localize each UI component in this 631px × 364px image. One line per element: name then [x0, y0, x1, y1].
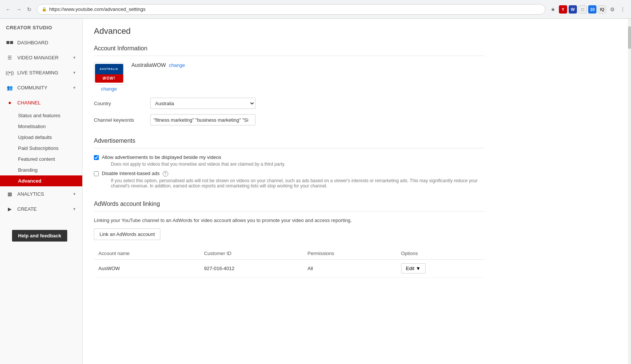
sidebar-subitem-upload-defaults[interactable]: Upload defaults: [0, 132, 82, 143]
disable-interest-checkbox[interactable]: [94, 171, 99, 176]
sidebar-subitem-paid-subscriptions[interactable]: Paid Subscriptions: [0, 143, 82, 154]
sidebar-subitem-branding[interactable]: Branding: [0, 165, 82, 175]
forward-button[interactable]: →: [14, 5, 23, 14]
live-streaming-label: LIVE STREAMING: [17, 70, 69, 76]
adwords-description: Linking your YouTube channel to an AdWor…: [94, 217, 485, 223]
advertisements-title: Advertisements: [94, 137, 485, 148]
ext-btn-4[interactable]: 10: [588, 5, 596, 14]
sidebar-item-dashboard[interactable]: ■■ DASHBOARD: [0, 35, 82, 50]
link-adwords-button[interactable]: Link an AdWords account: [94, 228, 160, 240]
channel-logo: AUSTRALIA WOW!: [94, 62, 124, 85]
page-title: Advanced: [94, 26, 485, 36]
refresh-button[interactable]: ↻: [25, 5, 34, 14]
analytics-chevron: ▼: [72, 192, 76, 196]
scrollbar-thumb: [628, 26, 631, 49]
sidebar: CREATOR STUDIO ■■ DASHBOARD ☰ VIDEO MANA…: [0, 19, 83, 364]
wow-top: AUSTRALIA: [95, 64, 123, 74]
menu-icon[interactable]: ⋮: [618, 5, 627, 14]
dashboard-label: DASHBOARD: [17, 40, 76, 45]
change-name-link[interactable]: change: [169, 62, 185, 68]
permissions-cell: All: [303, 260, 397, 278]
community-label: COMMUNITY: [17, 85, 69, 91]
allow-ads-checkbox[interactable]: [94, 155, 99, 160]
wow-top-text: AUSTRALIA: [100, 68, 118, 70]
content-area: Advanced Account Information AUSTRALIA: [83, 19, 631, 364]
keywords-input[interactable]: [150, 114, 255, 125]
sidebar-subitem-monetisation[interactable]: Monetisation: [0, 121, 82, 132]
country-label: Country: [94, 101, 143, 106]
wow-bottom-text: WOW!: [103, 76, 115, 80]
col-options: Options: [397, 248, 485, 260]
sidebar-subitem-status-features[interactable]: Status and features: [0, 110, 82, 121]
disable-interest-label: Disable interest-based ads ?: [102, 171, 168, 176]
disable-interest-label-group: Disable interest-based ads ? If you sele…: [102, 171, 485, 189]
change-photo-link[interactable]: change: [101, 86, 117, 92]
table-row: AusWOW 927-016-4012 All Edit ▼: [94, 260, 485, 278]
ext-btn-1[interactable]: Y: [559, 5, 567, 14]
lock-icon: 🔒: [42, 7, 47, 12]
advertisements-section: Advertisements Allow advertisements to b…: [94, 137, 485, 189]
channel-name-row: AustraliaWOW change: [131, 62, 185, 68]
url-text: https://www.youtube.com/advanced_setting…: [49, 6, 540, 12]
community-icon: 👥: [6, 84, 14, 91]
allow-ads-label-group: Allow advertisements to be displayed bes…: [102, 154, 285, 167]
analytics-icon: ▩: [6, 190, 14, 198]
analytics-label: ANALYTICS: [17, 191, 69, 197]
customer-id-cell: 927-016-4012: [199, 260, 303, 278]
sidebar-item-live-streaming[interactable]: ((•)) LIVE STREAMING ▼: [0, 65, 82, 80]
ext-btn-3[interactable]: □: [578, 5, 587, 14]
sidebar-item-video-manager[interactable]: ☰ VIDEO MANAGER ▼: [0, 50, 82, 65]
browser-actions: ★ Y W □ 10 IQ ⚙ ⋮: [548, 5, 627, 14]
country-select[interactable]: Australia United States United Kingdom C…: [150, 98, 255, 109]
edit-dropdown-button[interactable]: Edit ▼: [401, 263, 426, 273]
browser-chrome: ← → ↻ 🔒 https://www.youtube.com/advanced…: [0, 0, 631, 19]
video-manager-chevron: ▼: [72, 56, 76, 60]
ext-btn-5[interactable]: IQ: [598, 5, 606, 14]
settings-icon[interactable]: ⚙: [608, 5, 617, 14]
sidebar-item-analytics[interactable]: ▩ ANALYTICS ▼: [0, 186, 82, 201]
sidebar-item-channel[interactable]: ● CHANNEL: [0, 95, 82, 110]
content-inner: Advanced Account Information AUSTRALIA: [83, 19, 496, 305]
col-account-name: Account name: [94, 248, 199, 260]
video-manager-icon: ☰: [6, 54, 14, 61]
back-button[interactable]: ←: [4, 5, 13, 14]
wow-bottom: WOW!: [95, 74, 123, 83]
disable-interest-row: Disable interest-based ads ? If you sele…: [94, 171, 485, 189]
create-label: CREATE: [17, 206, 69, 212]
channel-name: AustraliaWOW: [131, 62, 166, 68]
keywords-label: Channel keywords: [94, 117, 143, 123]
video-manager-label: VIDEO MANAGER: [17, 55, 69, 60]
allow-ads-row: Allow advertisements to be displayed bes…: [94, 154, 485, 167]
account-information-section: Account Information AUSTRALIA WOW!: [94, 45, 485, 125]
edit-label: Edit: [406, 266, 414, 271]
live-streaming-chevron: ▼: [72, 71, 76, 75]
country-row: Country Australia United States United K…: [94, 98, 485, 109]
table-body: AusWOW 927-016-4012 All Edit ▼: [94, 260, 485, 278]
account-name-cell: AusWOW: [94, 260, 199, 278]
channel-label: CHANNEL: [17, 100, 76, 106]
live-streaming-icon: ((•)): [6, 69, 14, 76]
channel-icon: ●: [6, 99, 14, 106]
address-bar[interactable]: 🔒 https://www.youtube.com/advanced_setti…: [37, 4, 545, 15]
adwords-section: AdWords account linking Linking your You…: [94, 201, 485, 278]
sidebar-item-create[interactable]: ▶ CREATE ▼: [0, 201, 82, 216]
help-feedback-button[interactable]: Help and feedback: [12, 230, 67, 242]
browser-nav-buttons: ← → ↻: [4, 5, 34, 14]
adwords-title: AdWords account linking: [94, 201, 485, 211]
disable-interest-desc: If you select this option, personalised …: [111, 178, 485, 189]
col-permissions: Permissions: [303, 248, 397, 260]
create-icon: ▶: [6, 205, 14, 213]
account-information-title: Account Information: [94, 45, 485, 56]
bookmark-icon[interactable]: ★: [548, 5, 557, 14]
sidebar-item-community[interactable]: 👥 COMMUNITY ▼: [0, 80, 82, 95]
ext-btn-2[interactable]: W: [569, 5, 577, 14]
help-circle-icon[interactable]: ?: [163, 171, 168, 177]
allow-ads-label: Allow advertisements to be displayed bes…: [102, 154, 221, 160]
dashboard-icon: ■■: [6, 39, 14, 46]
options-cell: Edit ▼: [397, 260, 485, 278]
sidebar-subitem-featured-content[interactable]: Featured content: [0, 154, 82, 165]
scrollbar[interactable]: [628, 19, 631, 364]
allow-ads-desc: Does not apply to videos that you moneti…: [111, 162, 285, 167]
account-info-row: AUSTRALIA WOW! change AustraliaWOW chang…: [94, 62, 485, 92]
sidebar-subitem-advanced[interactable]: Advanced: [0, 175, 82, 186]
